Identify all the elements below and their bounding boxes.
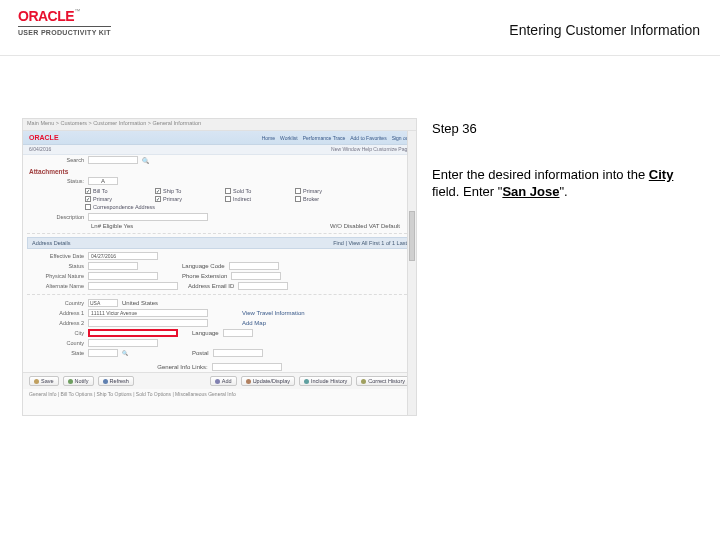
country-desc: United States (122, 300, 158, 306)
addremail-field[interactable] (238, 282, 288, 290)
state-label: State (29, 350, 84, 356)
search-icon[interactable]: 🔍 (142, 157, 149, 164)
physnat-field[interactable] (88, 272, 158, 280)
altname-field[interactable] (88, 282, 178, 290)
subbar-date: 6/04/2016 (29, 146, 51, 153)
refresh-button[interactable]: Refresh (98, 376, 134, 386)
correct-hist-button[interactable]: Correct History (356, 376, 410, 386)
addremail-label: Address Email ID (188, 283, 234, 289)
add-map-link[interactable]: Add Map (242, 320, 266, 326)
refresh-icon (103, 379, 108, 384)
city-field[interactable] (88, 329, 178, 337)
status-field[interactable]: A (88, 177, 118, 185)
notify-icon (68, 379, 73, 384)
desc-label: Description (29, 214, 84, 220)
lookup-icon[interactable]: 🔍 (122, 350, 128, 356)
view-travel-link[interactable]: View Travel Information (242, 310, 305, 316)
scroll-thumb[interactable] (409, 211, 415, 261)
link-perftrace[interactable]: Performance Trace (303, 135, 346, 141)
step-number: Step 36 (432, 120, 692, 138)
breadcrumb[interactable]: Main Menu > Customers > Customer Informa… (27, 120, 201, 129)
update-icon (246, 379, 251, 384)
upk-label: USER PRODUCTIVITY KIT (18, 26, 111, 36)
desc-field[interactable] (88, 213, 208, 221)
section-attachments: Attachments (23, 165, 416, 176)
search-input[interactable] (88, 156, 138, 164)
link-home[interactable]: Home (262, 135, 275, 141)
effdate-field[interactable]: 04/27/2016 (88, 252, 158, 260)
addr1-field[interactable]: 11111 Victor Avenue (88, 309, 208, 317)
link-worklist[interactable]: Worklist (280, 135, 298, 141)
add-button[interactable]: Add (210, 376, 237, 386)
nav-first-last[interactable]: Find | View All First 1 of 1 Last (333, 240, 407, 246)
check-broker[interactable] (295, 196, 301, 202)
save-icon (34, 379, 39, 384)
addr1-label: Address 1 (29, 310, 84, 316)
breadcrumb-bar: Main Menu > Customers > Customer Informa… (23, 119, 416, 131)
check-primary2[interactable]: ✓ (85, 196, 91, 202)
addr2-label: Address 2 (29, 320, 84, 326)
langcode-label: Language Code (182, 263, 225, 269)
notify-button[interactable]: Notify (63, 376, 94, 386)
top-links: Home Worklist Performance Trace Add to F… (262, 135, 410, 141)
save-button[interactable]: Save (29, 376, 59, 386)
county-label: County (29, 340, 84, 346)
inchist-icon (304, 379, 309, 384)
phoneext-label: Phone Extension (182, 273, 227, 279)
corrhist-icon (361, 379, 366, 384)
check-soldto[interactable] (225, 188, 231, 194)
checkbox-grid: ✓Bill To ✓Ship To Sold To Primary ✓Prima… (23, 186, 416, 212)
status2-label: Status (29, 263, 84, 269)
wo-vat: W/O Disabled VAT Default (330, 223, 400, 229)
check-shipto[interactable]: ✓ (155, 188, 161, 194)
county-field[interactable] (88, 339, 158, 347)
include-hist-button[interactable]: Include History (299, 376, 352, 386)
app-screenshot: Main Menu > Customers > Customer Informa… (22, 118, 417, 416)
add-icon (215, 379, 220, 384)
oracle-logo: ORACLE (18, 8, 74, 24)
postal-field[interactable] (213, 349, 263, 357)
effdate-label: Effective Date (29, 253, 84, 259)
language-field[interactable] (223, 329, 253, 337)
ln-eligible: Ln# Eligible Yes (29, 223, 133, 229)
oracle-logo-block: ORACLE™ USER PRODUCTIVITY KIT (18, 8, 111, 37)
country-label: Country (29, 300, 84, 306)
genlink-field[interactable] (212, 363, 282, 371)
postal-label: Postal (192, 350, 209, 356)
genlink-label: General Info Links: (157, 364, 207, 370)
langcode-field[interactable] (229, 262, 279, 270)
status2-field[interactable] (88, 262, 138, 270)
country-field[interactable]: USA (88, 299, 118, 307)
phoneext-field[interactable] (231, 272, 281, 280)
altname-label: Alternate Name (29, 283, 84, 289)
address-details-bar: Address Details Find | View All First 1 … (27, 237, 412, 249)
link-favorites[interactable]: Add to Favorites (350, 135, 386, 141)
check-billto[interactable]: ✓ (85, 188, 91, 194)
footer-tabs[interactable]: General Info | Bill To Options | Ship To… (23, 389, 416, 399)
instruction-text: Enter the desired information into the C… (432, 166, 692, 201)
check-corresp[interactable] (85, 204, 91, 210)
check-primary1[interactable] (295, 188, 301, 194)
physnat-label: Physical Nature (29, 273, 84, 279)
oracle-mini-logo: ORACLE (29, 134, 59, 141)
vertical-scrollbar[interactable] (407, 131, 416, 415)
status-label: Status: (29, 178, 84, 184)
city-label: City (29, 330, 84, 336)
check-primary3[interactable]: ✓ (155, 196, 161, 202)
subbar-links[interactable]: New Window Help Customize Page (331, 146, 410, 153)
page-title: Entering Customer Information (509, 22, 700, 38)
search-label: Search (29, 157, 84, 163)
state-field[interactable] (88, 349, 118, 357)
language-label: Language (192, 330, 219, 336)
check-indirect[interactable] (225, 196, 231, 202)
update-button[interactable]: Update/Display (241, 376, 295, 386)
addr2-field[interactable] (88, 319, 208, 327)
